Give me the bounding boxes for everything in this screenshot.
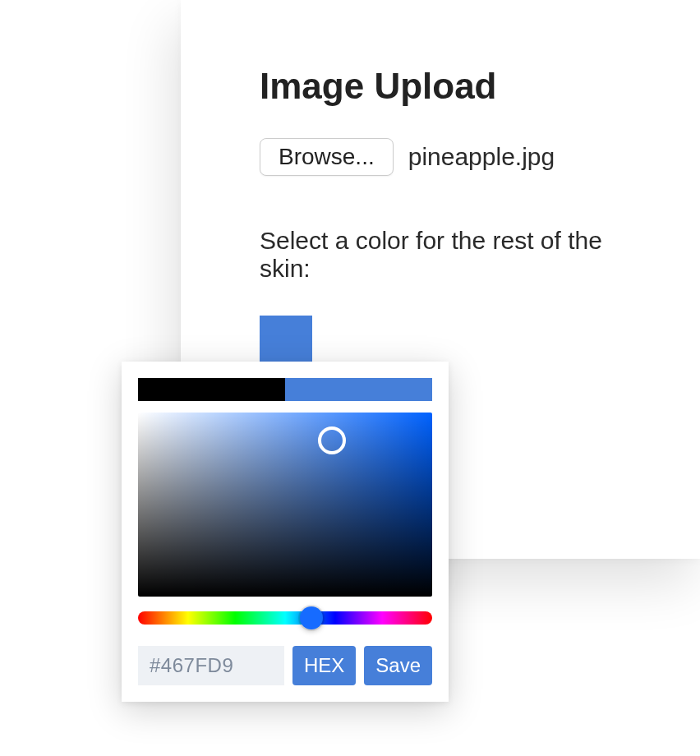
hex-toggle-button[interactable]: HEX [292,646,356,685]
color-swatch[interactable] [260,316,312,368]
color-select-label: Select a color for the rest of the skin: [260,227,621,283]
picker-header [138,378,432,401]
file-input-row: Browse... pineapple.jpg [260,138,621,176]
page-title: Image Upload [260,66,621,107]
save-button[interactable]: Save [364,646,432,685]
saturation-handle[interactable] [318,426,346,454]
hue-slider[interactable] [138,611,432,625]
picker-header-new-color [285,378,432,401]
hex-value-display[interactable]: #467FD9 [138,646,284,685]
picker-footer: #467FD9 HEX Save [138,646,432,685]
browse-button[interactable]: Browse... [260,138,394,176]
picker-header-old-color [138,378,285,401]
color-picker-popover: #467FD9 HEX Save [122,362,449,702]
saturation-lightness-area[interactable] [138,413,432,597]
hue-thumb[interactable] [300,606,323,629]
selected-file-name: pineapple.jpg [408,143,555,171]
